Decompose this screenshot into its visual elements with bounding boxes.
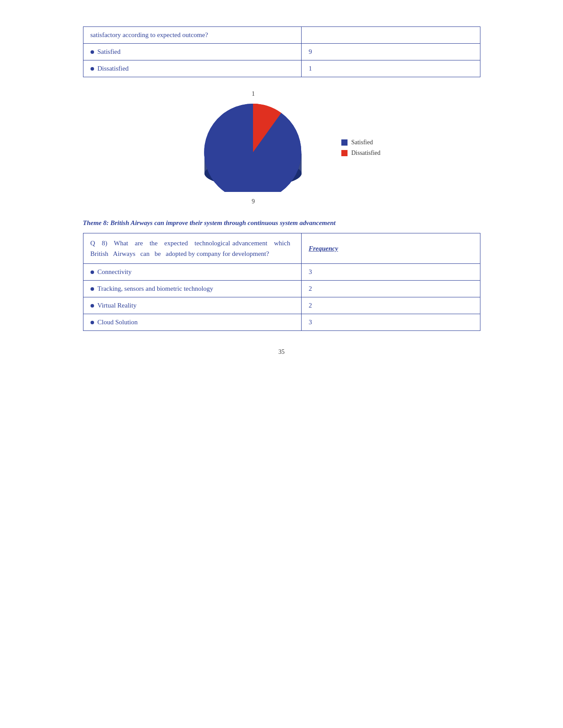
satisfied-label-cell: Satisfied (83, 44, 301, 60)
bullet-dot-dissatisfied (91, 67, 94, 71)
bullet-dot-tracking (91, 287, 94, 291)
tracking-value: 2 (309, 285, 312, 292)
connectivity-value-cell: 3 (301, 264, 480, 281)
bullet-dot-connectivity (91, 270, 94, 274)
top-table-row-satisfied: Satisfied 9 (83, 44, 480, 60)
tracking-value-cell: 2 (301, 281, 480, 297)
legend-item-dissatisfied: Dissatisfied (341, 150, 380, 157)
satisfied-label: Satisfied (98, 48, 121, 56)
bottom-table: Q 8) What are the expected technological… (83, 233, 480, 331)
connectivity-value: 3 (309, 268, 312, 275)
page-number: 35 (83, 349, 480, 356)
cloud-value-cell: 3 (301, 314, 480, 331)
bottom-row-connectivity: Connectivity 3 (83, 264, 480, 281)
legend-item-satisfied: Satisfied (341, 139, 380, 146)
top-freq-empty (301, 27, 480, 44)
bottom-question-text: Q 8) What are the expected technological… (91, 238, 294, 259)
tracking-label: Tracking, sensors and biometric technolo… (98, 285, 213, 293)
chart-legend: Satisfied Dissatisfied (341, 139, 380, 157)
dissatisfied-value: 1 (309, 65, 312, 72)
bullet-dot-satisfied (91, 50, 94, 54)
connectivity-label: Connectivity (98, 268, 132, 276)
legend-label-dissatisfied: Dissatisfied (351, 150, 380, 157)
vr-value-cell: 2 (301, 297, 480, 314)
top-question-text: satisfactory according to expected outco… (91, 31, 208, 38)
chart-wrap: 1 (182, 90, 380, 205)
bottom-row-tracking: Tracking, sensors and biometric technolo… (83, 281, 480, 297)
pie-area: 1 (182, 90, 324, 205)
satisfied-value-cell: 9 (301, 44, 480, 60)
bullet-dot-vr (91, 304, 94, 308)
top-table-question-row: satisfactory according to expected outco… (83, 27, 480, 44)
satisfied-value: 9 (309, 48, 312, 55)
bottom-row-vr: Virtual Reality 2 (83, 297, 480, 314)
pie-slice-blue-top (204, 104, 302, 192)
dissatisfied-label: Dissatisfied (98, 65, 129, 72)
cloud-label-cell: Cloud Solution (83, 314, 301, 331)
cloud-value: 3 (309, 319, 312, 326)
cloud-label: Cloud Solution (98, 319, 138, 326)
pie-chart-svg (191, 99, 315, 192)
vr-label-cell: Virtual Reality (83, 297, 301, 314)
bottom-question-cell: Q 8) What are the expected technological… (83, 233, 301, 264)
legend-label-satisfied: Satisfied (351, 139, 373, 146)
theme-heading: Theme 8: British Airways can improve the… (83, 218, 480, 228)
top-table: satisfactory according to expected outco… (83, 26, 480, 77)
vr-label: Virtual Reality (98, 302, 137, 309)
legend-box-dissatisfied (341, 150, 348, 156)
bottom-freq-header-cell: Frequency (301, 233, 480, 264)
bottom-table-header-row: Q 8) What are the expected technological… (83, 233, 480, 264)
pie-svg-wrap (182, 99, 324, 196)
dissatisfied-value-cell: 1 (301, 60, 480, 77)
top-question-cell: satisfactory according to expected outco… (83, 27, 301, 44)
bullet-dot-cloud (91, 321, 94, 324)
legend-box-satisfied (341, 139, 348, 146)
connectivity-label-cell: Connectivity (83, 264, 301, 281)
pie-label-bottom: 9 (252, 198, 255, 205)
tracking-label-cell: Tracking, sensors and biometric technolo… (83, 281, 301, 297)
freq-header: Frequency (309, 245, 338, 252)
chart-container: 1 (83, 90, 480, 205)
top-table-row-dissatisfied: Dissatisfied 1 (83, 60, 480, 77)
pie-label-top: 1 (252, 90, 255, 98)
bottom-row-cloud: Cloud Solution 3 (83, 314, 480, 331)
dissatisfied-label-cell: Dissatisfied (83, 60, 301, 77)
vr-value: 2 (309, 302, 312, 309)
